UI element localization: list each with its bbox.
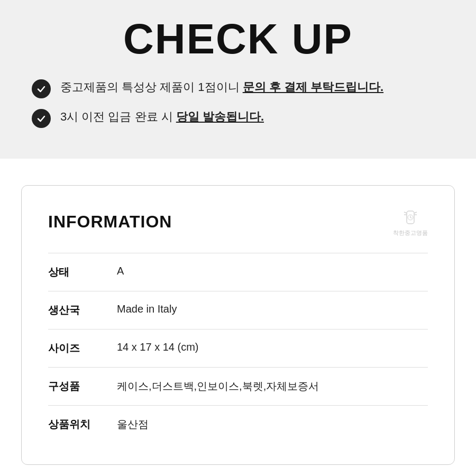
check1-plain: 중고제품의 특성상 제품이 1점이니: [60, 80, 243, 94]
svg-line-7: [410, 217, 411, 218]
brand-label: 착한중고명품: [393, 229, 428, 237]
info-row-contents: 구성품 케이스,더스트백,인보이스,북렛,자체보증서: [48, 367, 428, 405]
svg-line-1: [404, 212, 407, 213]
label-origin: 생산국: [48, 303, 117, 317]
check-text-2: 3시 이전 입금 완료 시 당일 발송됩니다.: [60, 108, 264, 125]
svg-line-3: [414, 212, 417, 213]
info-section-title: INFORMATION: [48, 212, 172, 232]
label-size: 사이즈: [48, 341, 117, 355]
label-status: 상태: [48, 265, 117, 279]
check2-plain: 3시 이전 입금 완료 시: [60, 110, 176, 123]
label-contents: 구성품: [48, 379, 117, 393]
check-item-2: 3시 이전 입금 완료 시 당일 발송됩니다.: [32, 108, 444, 128]
spacer: [0, 159, 476, 185]
value-origin: Made in Italy: [117, 303, 177, 315]
value-status: A: [117, 265, 124, 277]
checkmark-icon-2: [32, 109, 51, 128]
value-size: 14 x 17 x 14 (cm): [117, 341, 199, 353]
info-row-origin: 생산국 Made in Italy: [48, 291, 428, 329]
info-row-status: 상태 A: [48, 253, 428, 291]
check-item-1: 중고제품의 특성상 제품이 1점이니 문의 후 결제 부탁드립니다.: [32, 78, 444, 98]
brand-watch-icon: [400, 207, 421, 228]
check-text-1: 중고제품의 특성상 제품이 1점이니 문의 후 결제 부탁드립니다.: [60, 78, 383, 96]
check2-bold: 당일 발송됩니다.: [176, 110, 264, 123]
check1-bold: 문의 후 결제 부탁드립니다.: [243, 80, 383, 94]
info-table: 상태 A 생산국 Made in Italy 사이즈 14 x 17 x 14 …: [48, 253, 428, 443]
value-location: 울산점: [117, 417, 149, 432]
label-location: 상품위치: [48, 417, 117, 432]
info-header: INFORMATION 착한중고명품: [48, 207, 428, 237]
checkmark-icon-1: [32, 79, 51, 98]
info-row-location: 상품위치 울산점: [48, 405, 428, 443]
info-row-size: 사이즈 14 x 17 x 14 (cm): [48, 329, 428, 367]
main-title: CHECK UP: [32, 16, 444, 62]
info-card: INFORMATION 착한중고명품 상태 A 생산국 Made in Ital…: [21, 185, 455, 465]
header-section: CHECK UP 중고제품의 특성상 제품이 1점이니 문의 후 결제 부탁드립…: [0, 0, 476, 159]
brand-watermark: 착한중고명품: [393, 207, 428, 237]
value-contents: 케이스,더스트백,인보이스,북렛,자체보증서: [117, 379, 319, 393]
